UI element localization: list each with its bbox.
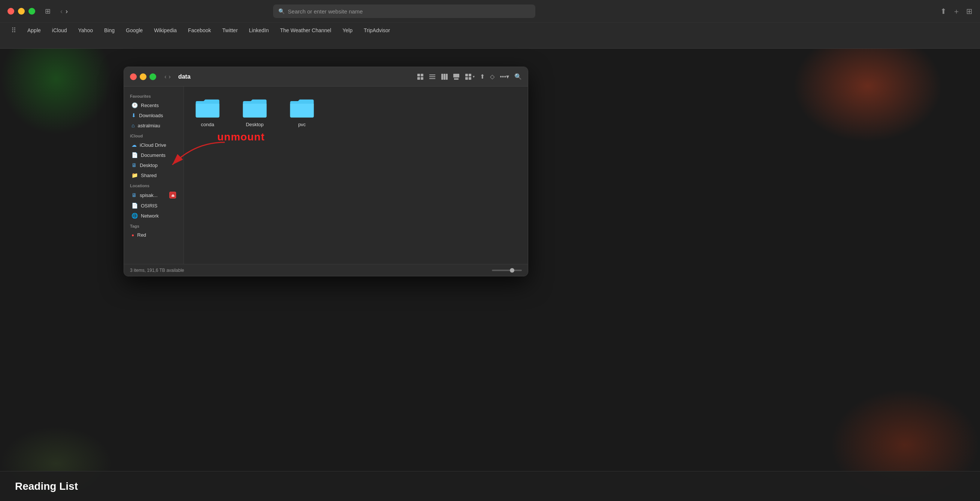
sidebar-item-shared[interactable]: 📁 Shared <box>126 170 181 180</box>
icon-view-button[interactable] <box>417 73 424 80</box>
eject-button[interactable]: ⏏ <box>169 192 176 198</box>
share-icon[interactable]: ⬆ <box>940 7 947 16</box>
bookmark-bing[interactable]: Bing <box>104 27 115 33</box>
desktop-icon: 🖥 <box>132 162 137 168</box>
conda-folder-name: conda <box>201 122 214 127</box>
desktop-folder-icon <box>242 97 268 119</box>
group-by-button[interactable]: ▾ <box>465 73 475 80</box>
statusbar-info: 3 items, 191,6 TB available <box>130 268 184 273</box>
svg-rect-4 <box>429 75 435 75</box>
home-icon: ⌂ <box>132 122 135 128</box>
bookmark-linkedin[interactable]: LinkedIn <box>249 27 269 33</box>
svg-rect-6 <box>429 78 435 79</box>
finder-main: conda Desktop <box>184 87 528 264</box>
documents-label: Documents <box>141 152 165 158</box>
svg-rect-12 <box>455 78 457 80</box>
bookmark-tripadvisor[interactable]: TripAdvisor <box>364 27 390 33</box>
tab-overview-icon[interactable]: ⊞ <box>966 7 972 16</box>
tag-button[interactable]: ◇ <box>490 73 495 80</box>
browser-toolbar: ⊞ ‹ › 🔍 Search or enter website name ⬆ ＋… <box>0 0 980 22</box>
address-input[interactable]: Search or enter website name <box>288 8 530 14</box>
sidebar-toggle-icon[interactable]: ⊞ <box>45 7 51 15</box>
bookmarks-dots-icon[interactable]: ⠿ <box>11 26 16 35</box>
bookmark-twitter[interactable]: Twitter <box>222 27 237 33</box>
finder-maximize-button[interactable] <box>150 73 156 80</box>
finder-close-button[interactable] <box>130 73 137 80</box>
svg-rect-0 <box>417 74 420 76</box>
finder-titlebar: ‹ › data <box>124 67 528 87</box>
sidebar-item-downloads[interactable]: ⬇ Downloads <box>126 111 181 120</box>
bookmark-yelp[interactable]: Yelp <box>342 27 353 33</box>
sidebar-item-desktop[interactable]: 🖥 Desktop <box>126 160 181 170</box>
locations-section-label: Locations <box>124 181 184 189</box>
minimize-button[interactable] <box>18 8 25 14</box>
icloud-drive-label: iCloud Drive <box>140 142 166 148</box>
zoom-thumb <box>510 268 514 273</box>
bookmark-icloud[interactable]: iCloud <box>52 27 67 33</box>
sidebar-item-osiris[interactable]: 📄 OSIRIS <box>126 201 181 211</box>
address-bar[interactable]: 🔍 Search or enter website name <box>273 5 535 18</box>
folder-grid: conda Desktop <box>191 94 520 130</box>
favourites-section-label: Favourites <box>124 91 184 100</box>
sidebar-item-icloud-drive[interactable]: ☁ iCloud Drive <box>126 140 181 150</box>
finder-back-button[interactable]: ‹ <box>164 73 166 80</box>
finder-minimize-button[interactable] <box>140 73 146 80</box>
svg-rect-2 <box>417 77 420 80</box>
search-button[interactable]: 🔍 <box>514 73 522 80</box>
bookmark-facebook[interactable]: Facebook <box>188 27 211 33</box>
column-view-button[interactable] <box>441 73 448 80</box>
close-button[interactable] <box>8 8 14 14</box>
sidebar-item-spisak[interactable]: 🖥 spisak... ⏏ <box>126 190 181 200</box>
svg-rect-16 <box>465 77 468 80</box>
icloud-section-label: iCloud <box>124 131 184 140</box>
bookmark-apple[interactable]: Apple <box>27 27 41 33</box>
recents-label: Recents <box>141 103 159 108</box>
more-button[interactable]: •••▾ <box>500 73 509 80</box>
red-tag-label: Red <box>137 232 146 238</box>
back-button[interactable]: ‹ <box>60 8 62 15</box>
sidebar-item-recents[interactable]: 🕐 Recents <box>126 100 181 110</box>
forward-button[interactable]: › <box>65 8 68 15</box>
svg-rect-13 <box>457 78 458 80</box>
folder-pvc[interactable]: pvc <box>286 94 318 130</box>
gallery-view-button[interactable] <box>453 73 460 80</box>
spisak-label: spisak... <box>140 192 158 198</box>
recents-icon: 🕐 <box>132 102 138 108</box>
sidebar-item-documents[interactable]: 📄 Documents <box>126 150 181 160</box>
bookmark-wikipedia[interactable]: Wikipedia <box>154 27 177 33</box>
svg-rect-15 <box>469 74 471 76</box>
svg-rect-7 <box>441 74 443 80</box>
icloud-drive-icon: ☁ <box>132 142 137 148</box>
bookmark-yahoo[interactable]: Yahoo <box>78 27 93 33</box>
finder-forward-button[interactable]: › <box>169 73 170 80</box>
finder-toolbar-icons: ▾ ⬆ ◇ •••▾ 🔍 <box>417 73 522 80</box>
sidebar-item-red-tag[interactable]: ● Red <box>126 230 181 239</box>
documents-icon: 📄 <box>132 152 138 158</box>
new-tab-icon[interactable]: ＋ <box>953 6 960 16</box>
search-icon: 🔍 <box>278 8 285 14</box>
share-button[interactable]: ⬆ <box>480 73 485 80</box>
browser-chrome: ⊞ ‹ › 🔍 Search or enter website name ⬆ ＋… <box>0 0 980 49</box>
bookmark-google[interactable]: Google <box>126 27 143 33</box>
folder-conda[interactable]: conda <box>191 94 224 130</box>
osiris-icon: 📄 <box>132 203 138 209</box>
finder-body: Favourites 🕐 Recents ⬇ Downloads ⌂ astra… <box>124 87 528 264</box>
finder-nav: ‹ › <box>164 73 171 80</box>
shared-label: Shared <box>141 173 157 178</box>
sidebar-item-astralmiau[interactable]: ⌂ astralmiau <box>126 120 181 130</box>
folder-desktop[interactable]: Desktop <box>239 94 271 130</box>
finder-sidebar: Favourites 🕐 Recents ⬇ Downloads ⌂ astra… <box>124 87 184 264</box>
maximize-button[interactable] <box>29 8 35 14</box>
zoom-slider[interactable] <box>492 270 522 271</box>
astralmiau-label: astralmiau <box>137 123 160 128</box>
svg-rect-10 <box>453 74 459 78</box>
svg-rect-11 <box>454 78 455 80</box>
nav-arrows: ‹ › <box>60 8 68 15</box>
bookmark-weather[interactable]: The Weather Channel <box>280 27 331 33</box>
list-view-button[interactable] <box>429 73 436 80</box>
bookmarks-bar: ⠿ Apple iCloud Yahoo Bing Google Wikiped… <box>0 22 980 38</box>
pvc-folder-icon <box>289 97 315 119</box>
reading-list-title: Reading List <box>15 480 78 492</box>
sidebar-item-network[interactable]: 🌐 Network <box>126 211 181 220</box>
pvc-folder-name: pvc <box>298 122 306 127</box>
